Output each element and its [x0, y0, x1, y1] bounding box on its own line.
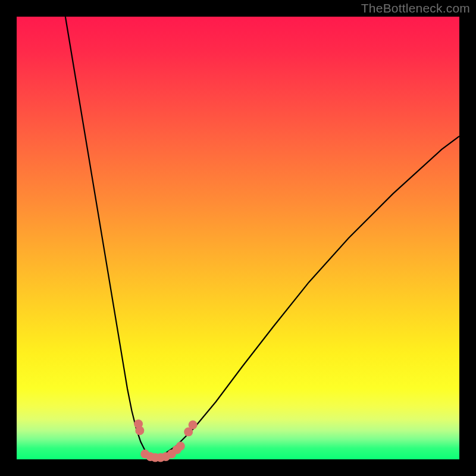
- plot-area: [17, 17, 459, 459]
- marker-dot: [189, 420, 198, 429]
- chart-svg: [17, 17, 459, 459]
- curve-group: [65, 17, 459, 459]
- marker-dot: [135, 426, 144, 435]
- right-curve-path: [154, 136, 459, 459]
- marker-dot: [176, 441, 185, 450]
- left-curve-path: [65, 17, 154, 459]
- marker-group: [134, 419, 198, 462]
- chart-frame: TheBottleneck.com: [0, 0, 476, 476]
- watermark-text: TheBottleneck.com: [361, 1, 470, 15]
